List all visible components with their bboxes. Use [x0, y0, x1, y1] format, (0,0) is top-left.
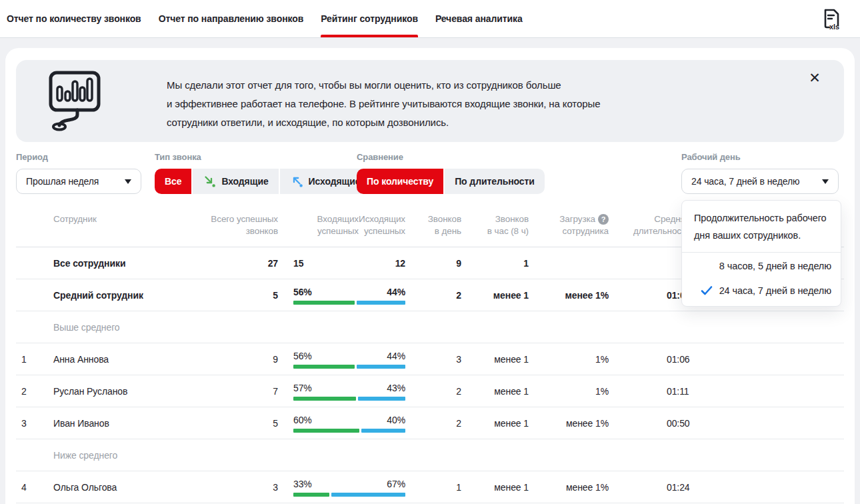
pct-block: 57% 43% [293, 382, 405, 401]
call-type-all-button[interactable]: Все [155, 169, 191, 194]
row-calls-per-hour: менее 1 [461, 418, 529, 429]
row-calls-per-day: 2 [405, 386, 461, 397]
outgoing-bar [361, 429, 405, 433]
outgoing-bar [357, 301, 405, 305]
row-total-successful: 3 [176, 482, 278, 493]
row-calls-per-hour: менее 1 [461, 482, 529, 493]
table-section-row: Выше среднего [16, 311, 844, 343]
close-icon[interactable]: ✕ [807, 69, 823, 85]
banner-line: и эффективнее работает на телефоне. В ре… [167, 95, 600, 113]
outgoing-pct-label: 44% [387, 286, 405, 298]
table-row[interactable]: 2 Руслан Русланов 7 57% 43% 2 менее 1 1%… [16, 375, 844, 407]
help-icon[interactable]: ? [598, 214, 609, 225]
tab-employee-rating[interactable]: Рейтинг сотрудников [321, 0, 418, 37]
workday-option-8h-5d[interactable]: 8 часов, 5 дней в неделю [682, 253, 841, 279]
workday-option-24h-7d[interactable]: 24 часа, 7 дней в неделю [682, 279, 841, 306]
tab-speech-analytics[interactable]: Речевая аналитика [435, 0, 523, 37]
row-total-successful: 9 [176, 354, 278, 365]
banner-text: Мы сделали этот отчет для того, чтобы вы… [167, 76, 600, 132]
incoming-pct-label: 56% [293, 286, 312, 298]
export-xls-icon[interactable]: xls [820, 7, 843, 31]
call-type-outgoing-label: Исходящие [309, 176, 361, 187]
row-calls-per-hour: менее 1 [461, 290, 529, 301]
col-calls-per-day: Звонков в день [405, 213, 461, 237]
tab-calls-count-report[interactable]: Отчет по количеству звонков [7, 0, 141, 37]
workday-select[interactable]: 24 часа, 7 дней в неделю [681, 169, 839, 194]
report-tabs-bar: Отчет по количеству звонков Отчет по нап… [0, 0, 860, 38]
row-calls-per-day: 2 [405, 290, 461, 301]
row-calls-per-hour: менее 1 [461, 354, 529, 365]
col-employee-load: Загрузка ? сотрудника [529, 213, 609, 237]
comparison-filter: Сравнение По количеству По длительности [357, 152, 545, 194]
tab-calls-direction-report[interactable]: Отчет по направлению звонков [159, 0, 304, 37]
row-calls-per-day: 3 [405, 354, 461, 365]
period-label: Период [16, 152, 141, 162]
pct-block: 60% 40% [293, 414, 405, 433]
row-employee-load: менее 1% [529, 482, 609, 493]
table-row[interactable]: 4 Ольга Ольгова 3 33% 67% 1 менее 1 мене… [16, 471, 844, 503]
row-employee-name: Ольга Ольгова [53, 482, 176, 493]
outgoing-pct-label: 44% [387, 350, 405, 362]
incoming-outgoing-bar [293, 301, 405, 305]
incoming-outgoing-bar [293, 397, 405, 401]
comparison-by-count-button[interactable]: По количеству [357, 169, 443, 194]
outgoing-bar [331, 493, 405, 497]
row-employee-load: 1% [529, 354, 609, 365]
row-average-duration: 01:06 [609, 354, 690, 365]
comparison-by-duration-button[interactable]: По длительности [445, 169, 545, 194]
pct-block: 56% 44% [293, 350, 405, 369]
outgoing-bar [357, 365, 405, 369]
row-calls-per-hour: 1 [461, 258, 529, 269]
employee-rating-report-page: Отчет по количеству звонков Отчет по нап… [0, 0, 860, 504]
row-employee-name: Иван Иванов [53, 418, 176, 429]
incoming-bar [293, 365, 355, 369]
workday-option-label: 8 часов, 5 дней в неделю [719, 261, 831, 271]
outgoing-pct-label: 43% [387, 382, 405, 394]
period-select[interactable]: Прошлая неделя [16, 169, 141, 194]
col-total-successful: Всего успешных звонков [176, 213, 278, 237]
row-employee-name: Руслан Русланов [53, 386, 176, 397]
outgoing-pct-label: 40% [387, 414, 405, 426]
col-average-duration: Средняя длительность [609, 213, 690, 237]
row-calls-per-day: 1 [405, 482, 461, 493]
row-average-duration: 01:0 [609, 290, 690, 301]
row-total-successful: 7 [176, 386, 278, 397]
outgoing-call-arrow-icon [290, 175, 303, 188]
col-outgoing-successful: Исходящих успешных [359, 213, 405, 237]
incoming-pct-label: 33% [293, 478, 312, 490]
workday-value: 24 часа, 7 дней в неделю [691, 176, 799, 187]
row-employee-load: менее 1% [529, 418, 609, 429]
comparison-label: Сравнение [357, 152, 545, 162]
workday-dropdown-description: Продолжительность рабочего дня ваших сот… [682, 201, 841, 253]
incoming-pct-label: 56% [293, 350, 312, 362]
table-row[interactable]: 3 Иван Иванов 5 60% 40% 2 менее 1 менее … [16, 407, 844, 439]
period-filter: Период Прошлая неделя [16, 152, 141, 194]
row-average-duration: 01:11 [609, 386, 690, 397]
incoming-bar [293, 397, 356, 401]
row-incoming-value: 15 [293, 258, 303, 269]
call-type-filter: Тип звонка Все Входящие Исходящие [155, 152, 370, 194]
col-incoming-successful: Входящих успешных [293, 213, 359, 237]
row-employee-name: Анна Аннова [53, 354, 176, 365]
workday-filter: Рабочий день 24 часа, 7 дней в неделю [681, 152, 839, 194]
period-value: Прошлая неделя [26, 176, 99, 187]
row-total-successful: 5 [176, 290, 278, 301]
pct-block: 33% 67% [293, 478, 405, 497]
incoming-bar [293, 493, 329, 497]
incoming-outgoing-bar [293, 429, 405, 433]
table-section-row: Ниже среднего [16, 439, 844, 471]
table-row[interactable]: 1 Анна Аннова 9 56% 44% 3 менее 1 1% 01:… [16, 343, 844, 375]
call-type-incoming-label: Входящие [221, 176, 268, 187]
row-employee-name: Средний сотрудник [53, 290, 176, 301]
check-icon [701, 285, 713, 296]
incoming-pct-label: 60% [293, 414, 312, 426]
section-label: Ниже среднего [53, 450, 176, 461]
row-total-successful: 5 [176, 418, 278, 429]
svg-text:xls: xls [829, 23, 839, 31]
call-type-incoming-button[interactable]: Входящие [193, 169, 278, 194]
row-calls-per-day: 9 [405, 258, 461, 269]
pct-plain: 15 12 [293, 258, 405, 269]
outgoing-bar [358, 397, 405, 401]
chevron-down-icon [125, 179, 131, 184]
incoming-bar [293, 429, 359, 433]
